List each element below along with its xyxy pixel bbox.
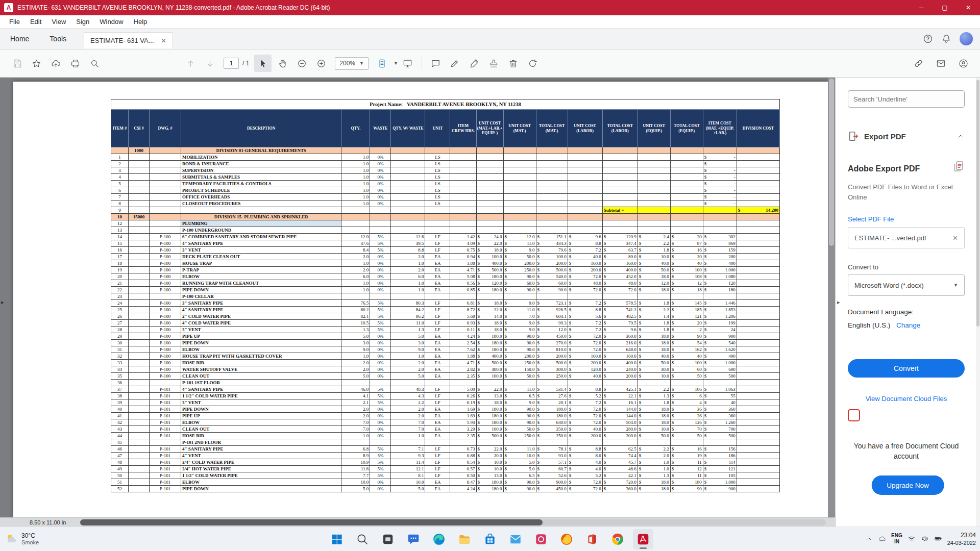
share-link-button[interactable] <box>910 55 927 72</box>
acrobat-icon[interactable] <box>633 529 653 549</box>
language-indicator[interactable]: ENG IN <box>891 533 902 545</box>
select-tool-button[interactable] <box>254 55 272 72</box>
table-cell: 0% <box>370 373 391 380</box>
division-cell: DIVISION 15- PLUMBING AND SPRINKLER <box>181 214 341 220</box>
share-person-button[interactable] <box>954 55 972 72</box>
tools-search-box[interactable] <box>848 90 965 108</box>
table-cell: $- <box>703 154 737 161</box>
table-cell: $120.0 <box>476 280 503 287</box>
bell-icon[interactable] <box>941 34 951 44</box>
left-pane-expand-icon[interactable]: ▸ <box>1 299 4 306</box>
mail-icon[interactable] <box>505 529 526 549</box>
table-cell: $2.2 <box>638 386 670 393</box>
rotate-button[interactable] <box>524 55 542 72</box>
chat-icon[interactable] <box>403 529 424 549</box>
maximize-button[interactable]: ▢ <box>933 0 957 15</box>
tab-home[interactable]: Home <box>0 29 39 49</box>
table-cell: LS <box>425 167 450 174</box>
avatar[interactable] <box>960 32 973 45</box>
selected-file-box[interactable]: ESTIMATE- ...verted.pdf ✕ <box>848 227 965 248</box>
taskbar-weather[interactable]: 30°C Smoke <box>5 532 39 546</box>
view-document-cloud-files-link[interactable]: View Document Cloud Files <box>836 395 977 403</box>
send-mail-button[interactable] <box>932 55 949 72</box>
section-cell <box>536 227 568 234</box>
zoom-level-dropdown[interactable]: 200% ▼ <box>335 57 369 70</box>
firefox-icon[interactable] <box>556 529 577 549</box>
search-icon[interactable] <box>352 529 373 549</box>
photos-icon[interactable] <box>531 529 551 549</box>
task-view-icon[interactable] <box>378 529 398 549</box>
close-button[interactable]: ✕ <box>957 0 980 15</box>
convert-button[interactable]: Convert <box>848 359 965 378</box>
hand-tool-button[interactable] <box>274 55 291 72</box>
minimize-button[interactable]: ─ <box>910 0 933 15</box>
zoom-in-button[interactable] <box>312 55 330 72</box>
stamp-button[interactable] <box>485 55 503 72</box>
tab-tools[interactable]: Tools <box>39 29 77 49</box>
zoom-out-button[interactable] <box>293 55 310 72</box>
table-cell: 38 <box>111 393 129 399</box>
menu-help[interactable]: Help <box>129 18 153 26</box>
comment-button[interactable] <box>427 55 445 72</box>
table-cell: $10.0 <box>638 426 670 433</box>
print-button[interactable] <box>66 55 84 72</box>
table-cell: 2.2 <box>391 399 425 406</box>
upgrade-now-button[interactable]: Upgrade Now <box>871 475 944 495</box>
table-cell: 1.0 <box>341 280 370 287</box>
vertical-scrollbar-thumb[interactable] <box>829 79 834 246</box>
tab-close-icon[interactable]: ✕ <box>161 37 166 44</box>
office-icon[interactable] <box>582 529 602 549</box>
table-cell: $50.0 <box>638 267 670 273</box>
menu-sign[interactable]: Sign <box>71 18 94 26</box>
onedrive-cloud-icon[interactable] <box>878 535 886 543</box>
table-cell: 4.24 <box>450 486 476 492</box>
wifi-icon[interactable] <box>908 535 916 543</box>
start-icon[interactable] <box>327 529 347 549</box>
tools-search-input[interactable] <box>853 95 959 103</box>
horizontal-scrollbar[interactable] <box>80 519 826 525</box>
clock[interactable]: 23:04 24-03-2022 <box>947 532 976 547</box>
page-number-input[interactable] <box>224 58 239 69</box>
fill-sign-button[interactable] <box>466 55 483 72</box>
next-page-button[interactable] <box>201 55 218 72</box>
highlight-button[interactable] <box>447 55 464 72</box>
read-mode-button[interactable] <box>399 55 416 72</box>
page-display-dropdown[interactable]: ▼ <box>373 55 398 72</box>
convert-format-dropdown[interactable]: Microsoft Word (*.docx) ▼ <box>848 274 965 296</box>
menu-edit[interactable]: Edit <box>25 18 46 26</box>
menu-file[interactable]: File <box>4 18 25 26</box>
menu-window[interactable]: Window <box>94 18 128 26</box>
remove-file-icon[interactable]: ✕ <box>952 234 958 242</box>
chrome-icon[interactable] <box>607 529 628 549</box>
tab-document[interactable]: ESTIMATE- 631 VA... ✕ <box>84 32 173 48</box>
table-cell: $72.0 <box>568 340 602 346</box>
file-explorer-icon[interactable] <box>454 529 475 549</box>
select-pdf-file-link[interactable]: Select PDF File <box>848 215 894 223</box>
chevron-up-icon[interactable] <box>957 132 965 140</box>
table-cell: 5 <box>111 181 129 187</box>
table-cell <box>503 161 536 167</box>
panel-scrollbar-thumb[interactable] <box>976 80 979 327</box>
tray-chevron-up-icon[interactable] <box>865 535 873 543</box>
store-icon[interactable] <box>480 529 500 549</box>
horizontal-scrollbar-thumb[interactable] <box>80 519 543 525</box>
help-icon[interactable] <box>923 34 933 44</box>
cloud-upload-button[interactable] <box>47 55 64 72</box>
star-button[interactable] <box>28 55 45 72</box>
save-button[interactable] <box>8 55 26 72</box>
export-pdf-section-header[interactable]: Export PDF <box>848 129 965 144</box>
find-button[interactable] <box>86 55 103 72</box>
volume-icon[interactable] <box>921 535 929 543</box>
panel-collapse-icon[interactable]: ▸ <box>837 299 840 306</box>
edge-icon[interactable] <box>429 529 449 549</box>
table-row: 9Subtotal =$14.200 <box>111 207 780 214</box>
panel-scrollbar[interactable] <box>976 78 980 527</box>
battery-icon[interactable] <box>934 535 942 543</box>
change-language-link[interactable]: Change <box>896 321 920 329</box>
menu-view[interactable]: View <box>46 18 71 26</box>
previous-page-button[interactable] <box>182 55 199 72</box>
delete-pages-button[interactable] <box>505 55 522 72</box>
vertical-scrollbar[interactable] <box>828 78 835 517</box>
table-cell: $126 <box>670 419 703 426</box>
division-cell <box>150 147 181 154</box>
